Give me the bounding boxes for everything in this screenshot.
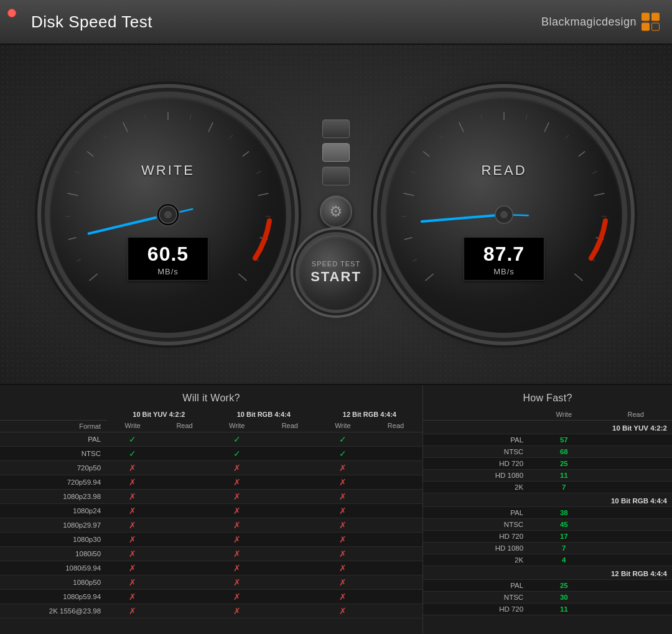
write-gauge: WRITE 60.5 MB/s <box>50 96 286 333</box>
table-cell: 1080p23.98 <box>0 489 107 503</box>
cross-icon: ✗ <box>339 506 347 516</box>
table-cell: ✗ <box>211 518 263 532</box>
table-row: HD 108011 <box>423 470 672 482</box>
hf-th-read: Read <box>599 409 672 421</box>
hf-write-val: 11 <box>528 604 599 615</box>
table-cell: ✗ <box>317 460 369 475</box>
hf-write-val: 68 <box>528 446 599 458</box>
svg-point-25 <box>164 211 172 218</box>
table-cell <box>369 575 422 589</box>
table-row: 12 Bit RGB 4:4:4 <box>423 566 672 580</box>
svg-line-26 <box>426 274 434 281</box>
svg-line-29 <box>423 151 429 156</box>
table-cell: ✗ <box>107 561 158 575</box>
table-cell: 1080p50 <box>0 575 107 589</box>
table-row: NTSC45 <box>423 519 672 531</box>
start-label-main: START <box>310 269 362 285</box>
read-gauge: READ 87.7 MB/s <box>386 96 622 333</box>
wiw-th-rgb444: 10 Bit RGB 4:4:4 <box>211 409 317 420</box>
cross-icon: ✗ <box>233 506 241 516</box>
start-button[interactable]: SPEED TEST START <box>299 235 373 310</box>
table-cell <box>369 561 422 575</box>
table-cell <box>158 532 210 546</box>
settings-button[interactable]: ⚙ <box>320 195 352 228</box>
cross-icon: ✗ <box>129 506 136 516</box>
check-icon: ✓ <box>233 434 241 444</box>
wiw-subh-yuv422-write: Write <box>107 420 158 432</box>
table-cell <box>369 518 422 532</box>
check-icon: ✓ <box>339 449 347 459</box>
cross-icon: ✗ <box>233 549 241 559</box>
hf-read-val <box>599 446 672 458</box>
cross-icon: ✗ <box>129 563 136 573</box>
write-gauge-wrap: WRITE 60.5 MB/s <box>50 96 286 333</box>
table-cell: ✗ <box>211 475 263 489</box>
close-button[interactable] <box>7 9 16 17</box>
table-cell: ✗ <box>317 575 369 589</box>
cross-icon: ✗ <box>129 492 136 501</box>
format-btn-2[interactable] <box>322 143 350 162</box>
hf-read-val <box>599 507 672 519</box>
hf-write-val: 25 <box>528 580 599 592</box>
write-speed-display: 60.5 MB/s <box>128 237 208 281</box>
write-gauge-inner: WRITE 60.5 MB/s <box>50 96 286 333</box>
table-row: 1080p30✗✗✗ <box>0 532 422 546</box>
read-label: READ <box>481 162 526 179</box>
svg-line-0 <box>90 274 98 281</box>
write-label: WRITE <box>141 162 195 179</box>
table-cell <box>263 475 317 489</box>
table-cell <box>158 546 210 561</box>
table-cell: ✗ <box>211 460 263 475</box>
svg-line-2 <box>68 193 78 195</box>
table-cell: ✗ <box>211 575 263 589</box>
will-it-work-title: Will it Work? <box>0 393 422 409</box>
hf-th-empty <box>423 409 528 421</box>
format-btn-3[interactable] <box>322 167 350 185</box>
table-cell: 1080p30 <box>0 532 107 546</box>
svg-line-7 <box>243 151 249 156</box>
cross-icon: ✗ <box>233 606 241 616</box>
cross-icon: ✗ <box>339 592 347 602</box>
svg-line-8 <box>258 193 269 195</box>
hf-row-label: HD 1080 <box>423 470 528 482</box>
will-it-work-table: 10 Bit YUV 4:2:2 10 Bit RGB 4:4:4 12 Bit… <box>0 409 422 618</box>
cross-icon: ✗ <box>129 577 136 587</box>
table-cell: ✗ <box>211 561 263 575</box>
wiw-th-yuv422: 10 Bit YUV 4:2:2 <box>107 409 211 420</box>
check-icon: ✓ <box>129 434 136 444</box>
table-cell: ✗ <box>317 518 369 532</box>
svg-line-27 <box>404 237 413 239</box>
svg-line-17 <box>230 134 233 138</box>
read-speed-unit: MB/s <box>477 267 531 276</box>
table-cell <box>158 475 210 489</box>
hf-read-val <box>599 592 672 604</box>
svg-line-18 <box>256 171 261 173</box>
logo-text: Blackmagicdesign <box>541 16 637 29</box>
hf-write-val: 7 <box>528 543 599 554</box>
hf-read-val <box>599 580 672 592</box>
hf-write-val: 17 <box>528 531 599 543</box>
wiw-subh-rgb12-read: Read <box>369 420 422 432</box>
table-row: HD 72011 <box>423 604 672 615</box>
svg-line-4 <box>123 122 128 131</box>
table-cell: 1080p59.94 <box>0 589 107 604</box>
cross-icon: ✗ <box>129 477 136 487</box>
table-cell <box>158 518 210 532</box>
table-cell <box>263 546 317 561</box>
hf-row-label: PAL <box>423 434 528 446</box>
hf-read-val <box>599 531 672 543</box>
cross-icon: ✗ <box>233 477 241 487</box>
start-label-top: SPEED TEST <box>312 260 360 268</box>
table-row: 2K4 <box>423 554 672 566</box>
cross-icon: ✗ <box>233 534 241 544</box>
table-cell <box>158 575 210 589</box>
logo-sq-3 <box>642 23 650 31</box>
hf-row-label: HD 1080 <box>423 543 528 554</box>
svg-line-43 <box>566 134 569 138</box>
format-btn-1[interactable] <box>322 119 350 138</box>
table-cell: ✓ <box>107 432 158 446</box>
hf-read-val <box>599 519 672 531</box>
table-row: 1080p59.94✗✗✗ <box>0 589 422 604</box>
hf-read-val <box>599 470 672 482</box>
table-cell: ✓ <box>317 432 369 446</box>
